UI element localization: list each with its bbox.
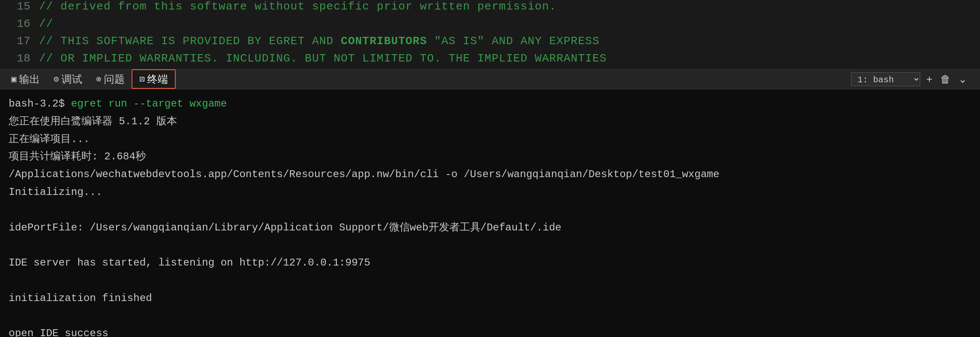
debug-icon bbox=[54, 74, 59, 84]
main-container: 15 // derived from this software without… bbox=[0, 0, 980, 337]
terminal-line-3: 正在编译项目... bbox=[9, 131, 971, 149]
tab-bar-right: 1: bash + 🗑 ⌄ bbox=[851, 72, 976, 86]
terminal-content: bash-3.2$ egret run --target wxgame 您正在使… bbox=[0, 89, 980, 337]
delete-terminal-button[interactable]: 🗑 bbox=[938, 72, 952, 86]
tab-debug-label: 调试 bbox=[61, 72, 82, 86]
code-content-16: // bbox=[39, 17, 53, 30]
line-number-15: 15 bbox=[4, 0, 30, 13]
tab-problems-label: 问题 bbox=[104, 72, 125, 86]
code-content-15: // derived from this software without sp… bbox=[39, 0, 556, 13]
terminal-area: bash-3.2$ egret run --target wxgame 您正在使… bbox=[0, 89, 980, 337]
terminal-line-1: bash-3.2$ egret run --target wxgame bbox=[9, 95, 971, 113]
terminal-line-9: initialization finished bbox=[9, 290, 971, 308]
tab-output-label: 输出 bbox=[19, 72, 40, 86]
code-content-17: // THIS SOFTWARE IS PROVIDED BY EGRET AN… bbox=[39, 35, 600, 48]
tab-bar: 输出 调试 问题 终端 1: bash + 🗑 ⌄ bbox=[0, 69, 980, 89]
tab-problems[interactable]: 问题 bbox=[89, 69, 132, 89]
problems-icon bbox=[96, 74, 101, 84]
tab-terminal-label: 终端 bbox=[147, 72, 168, 86]
code-content-18: // OR IMPLIED WARRANTIES. INCLUDING. BUT… bbox=[39, 52, 607, 65]
tab-terminal[interactable]: 终端 bbox=[132, 69, 176, 89]
terminal-line-8: IDE server has started, listening on htt… bbox=[9, 254, 971, 272]
terminal-line-blank3 bbox=[9, 272, 971, 290]
terminal-line-4: 项目共计编译耗时: 2.684秒 bbox=[9, 148, 971, 166]
tab-output[interactable]: 输出 bbox=[4, 69, 47, 89]
code-line-17: 17 // THIS SOFTWARE IS PROVIDED BY EGRET… bbox=[0, 35, 980, 52]
line-number-18: 18 bbox=[4, 52, 30, 65]
terminal-line-2: 您正在使用白鹭编译器 5.1.2 版本 bbox=[9, 113, 971, 131]
terminal-line-blank1 bbox=[9, 201, 971, 219]
terminal-line-blank4 bbox=[9, 308, 971, 325]
code-line-15: 15 // derived from this software without… bbox=[0, 0, 980, 17]
terminal-line-blank2 bbox=[9, 237, 971, 254]
add-terminal-button[interactable]: + bbox=[925, 72, 934, 86]
code-line-16: 16 // bbox=[0, 17, 980, 35]
terminal-line-10: open IDE success bbox=[9, 325, 971, 337]
line-number-16: 16 bbox=[4, 17, 30, 30]
line-number-17: 17 bbox=[4, 35, 30, 48]
tab-bar-left: 输出 调试 问题 终端 bbox=[4, 69, 851, 89]
shell-selector[interactable]: 1: bash bbox=[851, 72, 920, 86]
code-line-18: 18 // OR IMPLIED WARRANTIES. INCLUDING. … bbox=[0, 52, 980, 69]
collapse-terminal-button[interactable]: ⌄ bbox=[957, 72, 969, 86]
terminal-icon bbox=[139, 74, 145, 84]
terminal-wrapper: bash-3.2$ egret run --target wxgame 您正在使… bbox=[0, 89, 980, 337]
terminal-line-5: /Applications/wechatwebdevtools.app/Cont… bbox=[9, 166, 971, 184]
terminal-line-6: Initializing... bbox=[9, 184, 971, 201]
tab-debug[interactable]: 调试 bbox=[47, 69, 89, 89]
terminal-line-7: idePortFile: /Users/wangqianqian/Library… bbox=[9, 219, 971, 237]
output-icon bbox=[11, 74, 16, 84]
editor-area: 15 // derived from this software without… bbox=[0, 0, 980, 69]
